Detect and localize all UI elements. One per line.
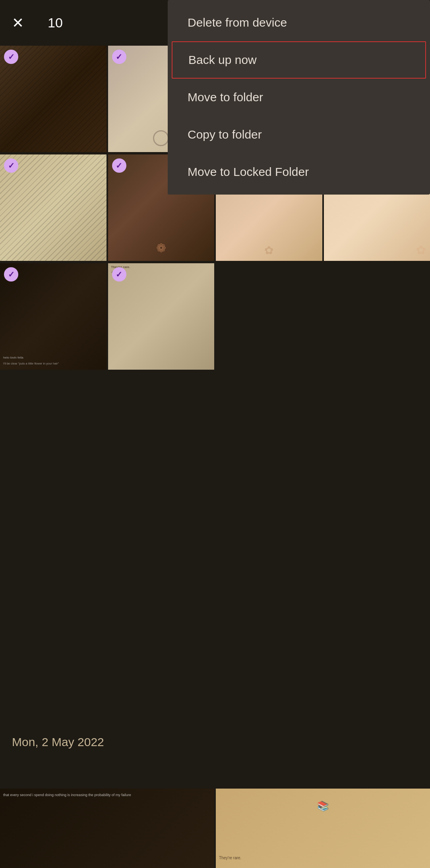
check-badge <box>4 267 18 282</box>
menu-item-delete[interactable]: Delete from device <box>168 4 430 41</box>
empty-cell <box>216 263 322 370</box>
check-badge <box>112 50 126 64</box>
photo-cell[interactable]: They're rare. J.htt <box>108 263 215 370</box>
empty-cell <box>324 263 430 370</box>
context-menu: Delete from device Back up now Move to f… <box>168 0 430 195</box>
photo-cell[interactable]: helo lovin fella I'll be clear "puts a l… <box>0 263 107 370</box>
photo-cell[interactable] <box>0 154 107 261</box>
bottom-photos: that every second i spend doing nothing … <box>0 789 430 868</box>
menu-item-locked-folder[interactable]: Move to Locked Folder <box>168 153 430 191</box>
check-badge <box>112 267 126 282</box>
close-button[interactable]: ✕ <box>12 16 24 30</box>
menu-item-copy-folder[interactable]: Copy to folder <box>168 116 430 153</box>
bottom-photo[interactable]: that every second i spend doing nothing … <box>0 789 214 868</box>
bottom-photo-text: that every second i spend doing nothing … <box>3 793 211 798</box>
bottom-photo[interactable]: 📚 They're rare. <box>216 789 430 868</box>
photo-grid-row3: helo lovin fella I'll be clear "puts a l… <box>0 263 430 370</box>
check-badge <box>4 158 18 173</box>
header: ✕ 10 <box>0 0 159 46</box>
menu-item-move-folder[interactable]: Move to folder <box>168 79 430 116</box>
check-badge <box>112 158 126 173</box>
selection-count: 10 <box>48 15 63 31</box>
bottom-area: Mon, 2 May 2022 🔍 that every second i sp… <box>0 630 430 868</box>
date-label: Mon, 2 May 2022 <box>12 735 104 749</box>
photo-text: helo lovin fella I'll be clear "puts a l… <box>3 356 103 365</box>
menu-item-backup[interactable]: Back up now <box>172 41 426 79</box>
bottom-photo-text2: They're rare. <box>219 856 241 860</box>
check-badge <box>4 50 18 64</box>
photo-cell[interactable] <box>0 46 107 152</box>
